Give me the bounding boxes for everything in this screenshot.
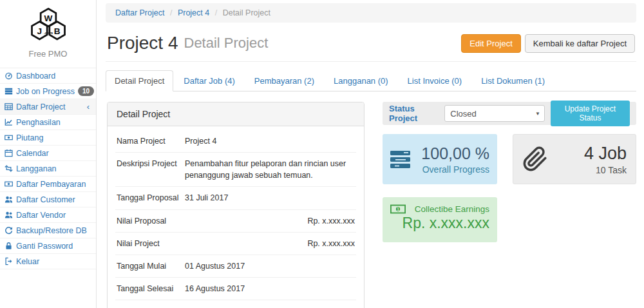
tab-pembayaran[interactable]: Pembayaran (2) <box>245 70 323 91</box>
row-label: Status <box>117 305 185 308</box>
stats-column: Status Project Closed ▼ Update Project S… <box>383 102 636 308</box>
back-to-list-button[interactable]: Kembali ke daftar Project <box>525 34 635 53</box>
sidebar-item-label: Backup/Restore DB <box>16 226 87 235</box>
tab-list-dokumen[interactable]: List Dokumen (1) <box>472 70 554 91</box>
row-value: 01 Agustus 2017 <box>185 260 355 272</box>
update-project-status-button[interactable]: Update Project Status <box>551 101 630 126</box>
app-window: W J B .com Free PMO Dashboard Job on Pro… <box>0 0 644 308</box>
status-select-value: Closed <box>450 109 476 119</box>
logo-letter-j: J <box>37 26 42 36</box>
row-value: 31 Juli 2017 <box>185 192 355 204</box>
jwb-logo-icon: W J B .com <box>22 5 75 45</box>
sidebar-item-penghasilan[interactable]: Penghasilan <box>0 115 96 130</box>
breadcrumb-current: Detail Project <box>223 8 270 17</box>
refresh-icon <box>5 226 13 235</box>
detail-row-tanggal-proposal: Tanggal Proposal 31 Juli 2017 <box>115 187 356 209</box>
tab-daftar-job[interactable]: Daftar Job (4) <box>175 70 243 91</box>
detail-row-nilai-project: Nilai Project Rp. x.xxx.xxx <box>115 233 356 255</box>
sidebar-item-label: Langganan <box>16 164 57 173</box>
earnings-caption: Collectibe Earnings <box>415 204 489 214</box>
sidebar-item-ganti-password[interactable]: Ganti Password <box>0 238 96 254</box>
stat-cards: 100,00 % Overall Progress 4 Job 10 Task <box>383 134 636 184</box>
earnings-value: Rp. x.xxx.xxx <box>390 215 489 232</box>
breadcrumb-project-4[interactable]: Project 4 <box>178 8 209 17</box>
sidebar-item-piutang[interactable]: Piutang <box>0 130 96 146</box>
breadcrumb: Daftar Project / Project 4 / Detail Proj… <box>106 3 636 23</box>
progress-caption: Overall Progress <box>411 164 489 175</box>
row-value: Closed <box>185 305 355 308</box>
sidebar-item-dashboard[interactable]: Dashboard <box>0 68 96 84</box>
lock-icon <box>5 242 13 250</box>
row-value: Rp. x.xxx.xxx <box>185 238 355 249</box>
detail-project-panel: Detail Project Nama Project Project 4 De… <box>107 102 365 308</box>
sidebar-item-job-on-progress[interactable]: Job on Progress 10 <box>0 84 96 99</box>
panel-title: Detail Project <box>108 102 364 126</box>
users-icon <box>5 211 13 219</box>
logo-letter-b: B <box>53 26 60 36</box>
detail-row-status: Status Closed <box>115 300 356 308</box>
tab-content: Detail Project Nama Project Project 4 De… <box>106 91 636 308</box>
header-buttons: Edit Project Kembali ke daftar Project <box>461 34 635 53</box>
banknote-icon <box>390 204 406 214</box>
sidebar-item-label: Daftar Project <box>16 102 65 111</box>
tab-detail-project[interactable]: Detail Project <box>106 70 173 91</box>
logo-letter-w: W <box>44 14 52 23</box>
detail-column: Detail Project Nama Project Project 4 De… <box>107 102 365 308</box>
paperclip-icon <box>522 146 548 172</box>
tab-list-invoice[interactable]: List Invoice (0) <box>399 70 471 91</box>
row-value: Penambahan fitur pelaporan dan rincian u… <box>185 158 355 181</box>
sidebar-item-label: Daftar Vendor <box>16 211 66 220</box>
detail-row-nama-project: Nama Project Project 4 <box>115 130 356 153</box>
status-select[interactable]: Closed ▼ <box>444 105 545 122</box>
chevron-left-icon: ‹ <box>87 102 90 111</box>
main-content: Daftar Project / Project 4 / Detail Proj… <box>97 0 644 308</box>
breadcrumb-daftar-project[interactable]: Daftar Project <box>115 8 164 17</box>
row-value: Rp. x.xxx.xxx <box>185 215 355 227</box>
money-icon <box>5 133 13 142</box>
retweet-icon <box>5 164 13 173</box>
row-label: Nilai Project <box>117 238 185 249</box>
status-project-box: Status Project Closed ▼ Update Project S… <box>383 102 636 125</box>
sidebar-item-daftar-project[interactable]: Daftar Project ‹ <box>0 99 96 115</box>
sidebar-item-keluar[interactable]: Keluar <box>0 254 96 269</box>
breadcrumb-separator: / <box>215 8 217 17</box>
detail-row-deskripsi-project: Deskripsi Project Penambahan fitur pelap… <box>115 153 356 187</box>
job-count-badge: 10 <box>78 86 94 96</box>
sidebar-item-label: Job on Progress <box>16 87 75 96</box>
row-label: Tanggal Proposal <box>117 192 185 204</box>
detail-row-nilai-proposal: Nilai Proposal Rp. x.xxx.xxx <box>115 210 356 233</box>
tab-bar: Detail Project Daftar Job (4) Pembayaran… <box>106 70 636 91</box>
sidebar-item-label: Piutang <box>16 133 43 142</box>
brand-name: Free PMO <box>0 49 96 59</box>
overall-progress-card: 100,00 % Overall Progress <box>383 134 497 184</box>
breadcrumb-separator: / <box>170 8 172 17</box>
edit-project-button[interactable]: Edit Project <box>461 34 520 53</box>
collectible-earnings-card: Collectibe Earnings Rp. x.xxx.xxx <box>383 197 497 242</box>
sidebar-item-backup-restore-db[interactable]: Backup/Restore DB <box>0 223 96 238</box>
tab-langganan[interactable]: Langganan (0) <box>325 70 397 91</box>
sidebar-item-calendar[interactable]: Calendar <box>0 146 96 161</box>
sidebar-item-daftar-customer[interactable]: Daftar Customer <box>0 192 96 207</box>
logo-sub: .com <box>44 31 53 35</box>
jobs-caption: 10 Task <box>548 165 627 175</box>
sidebar-item-label: Penghasilan <box>16 118 61 127</box>
money-icon <box>5 180 13 188</box>
sidebar-item-daftar-pembayaran[interactable]: Daftar Pembayaran <box>0 177 96 192</box>
detail-row-tanggal-mulai: Tanggal Mulai 01 Agustus 2017 <box>115 255 356 278</box>
sidebar-item-daftar-vendor[interactable]: Daftar Vendor <box>0 207 96 223</box>
sidebar-item-label: Daftar Pembayaran <box>16 180 86 189</box>
users-icon <box>5 195 13 204</box>
line-chart-icon <box>5 118 13 126</box>
dashboard-icon <box>5 72 13 80</box>
row-label: Nilai Proposal <box>117 215 185 227</box>
detail-row-tanggal-selesai: Tanggal Selesai 16 Agustus 2017 <box>115 278 356 300</box>
sidebar-item-langganan[interactable]: Langganan <box>0 161 96 177</box>
table-icon <box>5 102 13 111</box>
sidebar-item-label: Ganti Password <box>16 242 73 251</box>
row-value: 16 Agustus 2017 <box>185 283 355 294</box>
progress-value: 100,00 % <box>411 144 489 163</box>
row-label: Tanggal Selesai <box>117 283 185 294</box>
panel-body: Nama Project Project 4 Deskripsi Project… <box>108 126 364 308</box>
row-value: Project 4 <box>185 135 355 147</box>
jobs-value: 4 Job <box>548 144 627 164</box>
